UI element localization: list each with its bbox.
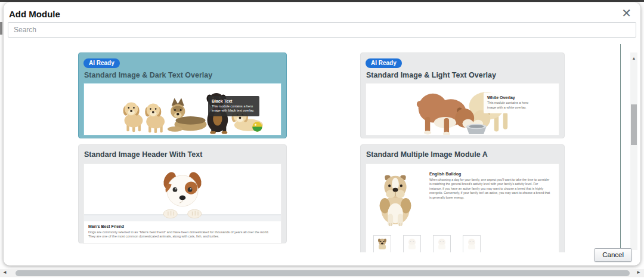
dialog-title: Add Module [9, 9, 60, 19]
thumbnail-row [373, 235, 553, 252]
overlay-title: White Overlay [487, 95, 531, 100]
page: Add Module ✕ AI Ready Standard Image & D… [0, 0, 644, 278]
module-grid: AI Ready Standard Image & Dark Text Over… [78, 52, 565, 252]
scroll-up-icon[interactable]: ▲ [630, 52, 637, 60]
preview-heading: Man's Best Friend [88, 224, 277, 228]
preview-heading: English Bulldog [429, 172, 550, 176]
thumbnail-dog-image [435, 237, 448, 251]
thumbnail-selected[interactable] [373, 235, 391, 252]
preview-dark-overlay: Black Text This module contains a hero i… [208, 96, 259, 116]
horizontal-scrollbar[interactable]: ◄ ► [0, 269, 644, 277]
top-edge-strip [0, 0, 644, 2]
module-card-image-header-with-text[interactable]: Standard Image Header With Text [78, 144, 287, 243]
ai-ready-badge: AI Ready [366, 58, 402, 68]
module-card-light-text-overlay[interactable]: AI Ready Standard Image & Light Text Ove… [360, 52, 565, 138]
thumbnail[interactable] [403, 235, 421, 252]
overlay-title: Black Text [212, 99, 256, 103]
thumbnail[interactable] [433, 235, 451, 252]
close-icon[interactable]: ✕ [621, 7, 631, 19]
preview-text-section: English Bulldog When choosing a dog for … [421, 169, 553, 228]
module-preview: English Bulldog When choosing a dog for … [366, 163, 559, 252]
scroll-left-icon[interactable]: ◄ [2, 270, 7, 275]
module-preview: Man's Best Friend Dogs are commonly refe… [83, 163, 281, 244]
thumbnail-dog-image [465, 237, 478, 251]
module-preview: White Overlay This module contains a her… [366, 83, 559, 135]
module-card-multiple-image-a[interactable]: Standard Multiple Image Module A [360, 144, 565, 252]
background-edge-artifact [0, 22, 2, 35]
vertical-scrollbar-thumb[interactable] [631, 104, 637, 145]
preview-text-section: Man's Best Friend Dogs are commonly refe… [84, 221, 281, 243]
module-card-title: Standard Image Header With Text [84, 150, 281, 159]
thumbnail[interactable] [463, 235, 481, 252]
preview-body: When choosing a dog for your family, one… [429, 178, 550, 200]
jack-russell-image [84, 164, 281, 221]
module-preview: Black Text This module contains a hero i… [83, 83, 281, 135]
overlay-body: This module contains a hero image with a… [487, 101, 531, 110]
cancel-button[interactable]: Cancel [594, 248, 632, 262]
add-module-dialog: Add Module ✕ AI Ready Standard Image & D… [4, 2, 640, 265]
preview-light-overlay: White Overlay This module contains a her… [484, 92, 535, 113]
thumbnail-dog-image [376, 237, 389, 251]
module-card-title: Standard Image & Dark Text Overlay [84, 71, 281, 79]
ai-ready-badge: AI Ready [83, 58, 120, 68]
module-card-dark-text-overlay[interactable]: AI Ready Standard Image & Dark Text Over… [78, 52, 287, 138]
search-input[interactable] [8, 22, 636, 38]
horizontal-scrollbar-thumb[interactable] [16, 270, 630, 276]
module-list-scroll-area: AI Ready Standard Image & Dark Text Over… [4, 44, 640, 252]
module-card-title: Standard Multiple Image Module A [366, 150, 559, 159]
vertical-scrollbar[interactable]: ▲ [630, 52, 637, 250]
bulldog-image [372, 169, 419, 228]
content-edge-line [620, 44, 621, 252]
thumbnail-dog-image [405, 237, 419, 251]
scroll-right-icon[interactable]: ► [636, 270, 641, 275]
module-card-title: Standard Image & Light Text Overlay [366, 71, 559, 79]
overlay-body: This module contains a hero image with b… [212, 104, 256, 113]
preview-body: Dogs are commonly referred to as "Man's … [88, 230, 277, 240]
